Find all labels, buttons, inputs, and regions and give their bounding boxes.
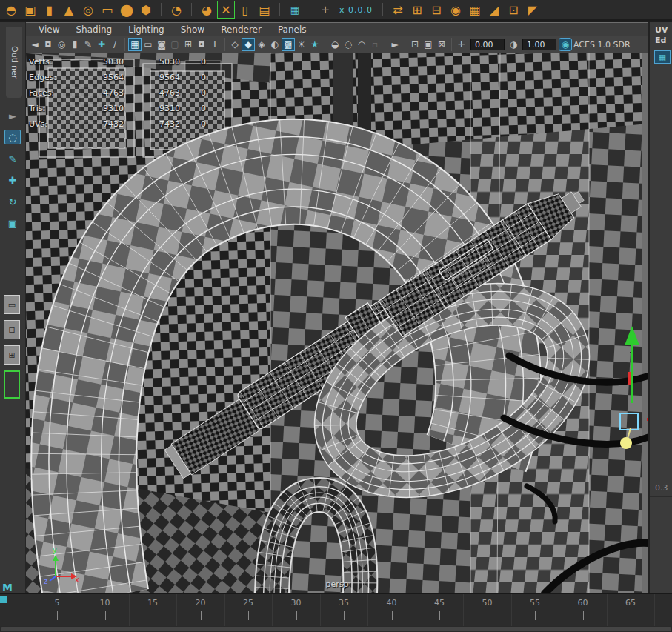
grid-toggle-icon[interactable]: ▦ <box>128 38 142 51</box>
timeline-tick-label: 45 <box>434 598 445 608</box>
outliner-tab[interactable]: Outliner <box>6 27 22 98</box>
time-slider[interactable]: 5101520253035404550556065 <box>0 593 672 626</box>
contrast-field[interactable] <box>522 39 556 50</box>
ambient-occlusion-icon[interactable]: ◌ <box>342 38 355 51</box>
axis-y-label: y <box>53 546 57 554</box>
poly-disc-icon[interactable]: ⬤ <box>119 1 135 18</box>
fill-hole-icon[interactable]: ▤ <box>256 1 273 18</box>
subdivide-icon[interactable]: ▦ <box>467 1 483 18</box>
shadows-icon[interactable]: ◒ <box>328 38 342 51</box>
safe-title-icon[interactable]: T <box>208 38 222 51</box>
layout-four-pane-button[interactable]: ⊞ <box>4 345 20 365</box>
sphere-project-icon[interactable]: ◔ <box>168 1 184 18</box>
shelf-separator <box>279 3 280 16</box>
grease-pencil-icon[interactable]: ✎ <box>81 38 95 51</box>
contrast-icon[interactable]: ◑ <box>507 38 520 51</box>
timeline-tick-mark <box>248 611 249 620</box>
manipulator-x-stub[interactable] <box>628 372 631 385</box>
toolbox-sidebar: Outliner ►◌✎✚↻▣ ▭⊟⊞ M <box>0 22 26 596</box>
hud-display-icon[interactable]: ▦ <box>287 1 303 18</box>
menu-show[interactable]: Show <box>173 24 213 35</box>
flat-lighting-icon[interactable]: ★ <box>308 38 322 51</box>
timeline-tick-mark <box>296 611 297 620</box>
exposure-icon[interactable]: ✛ <box>455 38 468 51</box>
timeline-tick-label: 55 <box>530 598 540 608</box>
isolate-select-icon[interactable]: ► <box>388 38 402 51</box>
view-transform-icon[interactable]: ◉ <box>559 38 572 51</box>
select-camera-icon[interactable]: ◄ <box>28 38 41 51</box>
field-chart-icon[interactable]: ⊞ <box>182 38 195 51</box>
combine-icon[interactable]: ⊞ <box>409 1 425 18</box>
uv-editor-title-line1: UV <box>650 25 672 36</box>
exposure-field[interactable] <box>470 39 505 50</box>
poly-cylinder-icon[interactable]: ▮ <box>41 1 58 18</box>
selected-vertex-point[interactable] <box>620 437 632 449</box>
motion-blur-icon[interactable]: ◠ <box>355 38 368 51</box>
lighting-icon[interactable]: ☀ <box>295 38 308 51</box>
menu-view[interactable]: View <box>30 24 67 35</box>
menu-lighting[interactable]: Lighting <box>120 24 173 35</box>
timeline-tick-label: 65 <box>625 598 636 608</box>
shelf-separator <box>382 3 383 16</box>
textured-icon[interactable]: ▩ <box>282 38 295 51</box>
resolution-gate-icon[interactable]: ◙ <box>155 38 168 51</box>
rotate-tool-icon[interactable]: ↻ <box>4 194 21 209</box>
poly-cube-icon[interactable]: ▣ <box>22 1 39 18</box>
poly-platonic-icon[interactable]: ⬢ <box>138 1 154 18</box>
wireframe-on-shaded-icon[interactable]: ◈ <box>255 38 268 51</box>
perspective-viewport[interactable]: Verts:503050300Edges:956495640Faces:4763… <box>26 53 648 593</box>
gate-mask-icon[interactable]: ▢ <box>168 38 182 51</box>
poly-cone-icon[interactable]: ▲ <box>61 1 77 18</box>
divider <box>650 496 672 497</box>
timeline-grid-line <box>81 594 81 628</box>
marker-tool-icon[interactable]: ∕ <box>108 38 122 51</box>
menu-renderer[interactable]: Renderer <box>213 24 270 35</box>
poly-torus-icon[interactable]: ◎ <box>80 1 96 18</box>
select-tool-icon[interactable]: ► <box>4 108 21 123</box>
insert-edge-loop-icon[interactable]: ▯ <box>237 1 253 18</box>
smooth-shade-icon[interactable]: ◆ <box>242 38 255 51</box>
safe-action-icon[interactable]: ◘ <box>195 38 208 51</box>
camera-attributes-icon[interactable]: ◎ <box>55 38 68 51</box>
toolbar-separator <box>224 38 225 51</box>
menu-shading[interactable]: Shading <box>67 24 120 35</box>
film-gate-icon[interactable]: ▭ <box>142 38 155 51</box>
snap-target-icon[interactable]: ✛ <box>317 1 333 18</box>
move-manipulator-icon[interactable]: ✚ <box>95 38 108 51</box>
move-tool-icon[interactable]: ✚ <box>4 173 21 187</box>
range-slider[interactable] <box>0 626 672 632</box>
quadrangulate-icon[interactable]: ⊡ <box>505 1 522 18</box>
bookmark-icon[interactable]: ▮ <box>68 38 81 51</box>
lasso-tool-icon[interactable]: ◌ <box>4 130 21 144</box>
depth-of-field-icon[interactable]: ▫ <box>368 38 382 51</box>
timeline-tick-label: 25 <box>243 598 253 608</box>
layout-single-pane-button[interactable]: ▭ <box>4 295 20 314</box>
range-slider-bar[interactable] <box>1 627 671 631</box>
panel-menu-bar: ViewShadingLightingShowRendererPanels <box>26 23 648 36</box>
paint-select-tool-icon[interactable]: ✎ <box>4 151 21 166</box>
layout-custom-button[interactable] <box>4 370 20 399</box>
snapshot-paste-icon[interactable]: ▣ <box>422 38 435 51</box>
bevel-icon[interactable]: ◤ <box>525 1 541 18</box>
poly-sphere-icon[interactable]: ◓ <box>3 1 19 18</box>
mirror-icon[interactable]: ⇄ <box>390 1 406 18</box>
scale-tool-icon[interactable]: ▣ <box>4 216 21 230</box>
snapshot-copy-icon[interactable]: ⊡ <box>408 38 422 51</box>
image-plane-icon[interactable]: ⊠ <box>435 38 448 51</box>
triangulate-icon[interactable]: ◢ <box>486 1 502 18</box>
timeline-tick-mark <box>153 611 153 620</box>
toolbar-separator <box>405 38 405 51</box>
toolbar-separator <box>124 38 125 51</box>
lock-camera-icon[interactable]: ◘ <box>41 38 55 51</box>
menu-panels[interactable]: Panels <box>270 24 315 35</box>
uv-editor-icon[interactable]: ▦ <box>654 50 671 64</box>
separate-icon[interactable]: ⊟ <box>428 1 445 18</box>
layout-two-pane-button[interactable]: ⊟ <box>4 320 20 339</box>
default-material-icon[interactable]: ◐ <box>268 38 282 51</box>
uv-editor-panel-edge[interactable]: UV Ed ▦ 0.3 <box>648 22 672 596</box>
sculpt-tool-icon[interactable]: ◕ <box>199 1 215 18</box>
multi-cut-tool-icon[interactable]: ✕ <box>218 1 234 18</box>
poly-plane-icon[interactable]: ▭ <box>99 1 116 18</box>
wireframe-icon[interactable]: ◇ <box>228 38 242 51</box>
smooth-icon[interactable]: ◉ <box>448 1 464 18</box>
